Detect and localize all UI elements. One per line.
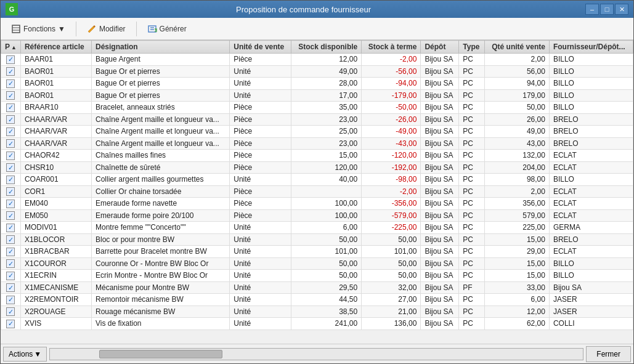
- row-fournisseur: BILLO: [549, 270, 633, 282]
- maximize-button[interactable]: □: [600, 4, 614, 15]
- actions-label: Actions: [9, 350, 33, 358]
- scroll-thumb[interactable]: [99, 350, 222, 358]
- table-row[interactable]: ✓BAOR01Bague Or et pierresUnité49,00-56,…: [1, 65, 633, 78]
- row-checkbox[interactable]: ✓: [1, 126, 21, 138]
- row-depot: Bijou SA: [421, 65, 459, 78]
- col-fournisseur[interactable]: Fournisseur/Dépôt...: [549, 41, 633, 54]
- row-checkbox[interactable]: ✓: [1, 305, 21, 318]
- table-row[interactable]: ✓X2ROUAGERouage mécanisme BWUnité38,5021…: [1, 305, 633, 318]
- fonctions-arrow: ▼: [58, 25, 65, 33]
- table-row[interactable]: ✓X1BLOCORBloc or pour montre BWUnité50,0…: [1, 233, 633, 246]
- col-unite[interactable]: Unité de vente: [230, 41, 291, 54]
- col-type[interactable]: Type: [459, 41, 485, 54]
- row-checkbox[interactable]: ✓: [1, 198, 21, 210]
- row-checkbox[interactable]: ✓: [1, 150, 21, 162]
- row-stock-terme: 32,00: [362, 281, 421, 294]
- row-checkbox[interactable]: ✓: [1, 294, 21, 306]
- row-stock-terme: 101,00: [362, 246, 421, 258]
- row-reference: BAOR01: [20, 65, 91, 78]
- table-row[interactable]: ✓EM040Emeraude forme navettePièce100,00-…: [1, 198, 633, 210]
- row-checkbox[interactable]: ✓: [1, 89, 21, 102]
- row-stock-terme: 136,00: [362, 318, 421, 330]
- row-designation: Ecrin Montre - Montre BW Bloc Or: [92, 270, 230, 282]
- table-row[interactable]: ✓X1COURORCouronne Or - Montre BW Bloc Or…: [1, 257, 633, 270]
- row-checkbox[interactable]: ✓: [1, 257, 21, 270]
- table-row[interactable]: ✓XVISVis de fixationUnité241,00136,00Bij…: [1, 318, 633, 330]
- row-stock-dispo: 120,00: [291, 161, 361, 174]
- table-row[interactable]: ✓EM050Emeraude forme poire 20/100Pièce10…: [1, 209, 633, 222]
- table-row[interactable]: ✓COR1Collier Or chaine torsadéePièce-2,0…: [1, 185, 633, 198]
- generer-button[interactable]: Générer: [142, 20, 192, 38]
- table-row[interactable]: ✓BAOR01Bague Or et pierresUnité17,00-179…: [1, 89, 633, 102]
- col-stock-terme[interactable]: Stock à terme: [362, 41, 421, 54]
- table-row[interactable]: ✓CHAAR/VARChaîne Argent maille et longue…: [1, 126, 633, 138]
- fermer-button[interactable]: Fermer: [586, 346, 631, 362]
- row-stock-terme: -43,00: [362, 137, 421, 150]
- table-row[interactable]: ✓X1BRACBARBarrette pour Bracelet montre …: [1, 246, 633, 258]
- checkbox-icon: ✓: [6, 248, 15, 256]
- row-checkbox[interactable]: ✓: [1, 113, 21, 126]
- minimize-button[interactable]: –: [585, 4, 599, 15]
- row-checkbox[interactable]: ✓: [1, 54, 21, 66]
- modifier-button[interactable]: Modifier: [81, 20, 131, 38]
- row-fournisseur: BILLO: [549, 89, 633, 102]
- checkbox-icon: ✓: [6, 139, 15, 148]
- row-checkbox[interactable]: ✓: [1, 174, 21, 186]
- row-checkbox[interactable]: ✓: [1, 65, 21, 78]
- col-reference[interactable]: Référence article: [20, 41, 91, 54]
- col-qte-unite[interactable]: Qté unité vente: [485, 41, 550, 54]
- row-stock-dispo: 35,00: [291, 102, 361, 114]
- row-stock-terme: -50,00: [362, 102, 421, 114]
- row-checkbox[interactable]: ✓: [1, 161, 21, 174]
- row-checkbox[interactable]: ✓: [1, 137, 21, 150]
- table-row[interactable]: ✓CHAOR42Chaînes mailles finesPièce15,00-…: [1, 150, 633, 162]
- row-fournisseur: BILLO: [549, 102, 633, 114]
- table-row[interactable]: ✓BAAR01Bague ArgentPièce12,00-2,00Bijou …: [1, 54, 633, 66]
- table-row[interactable]: ✓X1ECRINEcrin Montre - Montre BW Bloc Or…: [1, 270, 633, 282]
- row-stock-terme: -579,00: [362, 209, 421, 222]
- row-qte-unite: 98,00: [485, 174, 550, 186]
- table-row[interactable]: ✓CHAAR/VARChaîne Argent maille et longue…: [1, 137, 633, 150]
- row-fournisseur: JASER: [549, 305, 633, 318]
- checkbox-icon: ✓: [6, 235, 15, 244]
- row-type: PC: [459, 161, 485, 174]
- actions-button[interactable]: Actions ▼: [3, 347, 47, 362]
- row-qte-unite: 26,00: [485, 113, 550, 126]
- row-checkbox[interactable]: ✓: [1, 270, 21, 282]
- row-checkbox[interactable]: ✓: [1, 246, 21, 258]
- row-checkbox[interactable]: ✓: [1, 222, 21, 234]
- fonctions-button[interactable]: Fonctions ▼: [6, 20, 71, 38]
- table-row[interactable]: ✓COAR001Collier argent mailles gourmette…: [1, 174, 633, 186]
- row-checkbox[interactable]: ✓: [1, 233, 21, 246]
- table-row[interactable]: ✓MODIV01Montre femme ""Concerto""Unité6,…: [1, 222, 633, 234]
- col-p[interactable]: P▲: [1, 41, 21, 54]
- row-checkbox[interactable]: ✓: [1, 185, 21, 198]
- table-row[interactable]: ✓BRAAR10Bracelet, anneaux striésPièce35,…: [1, 102, 633, 114]
- checkbox-icon: ✓: [6, 320, 15, 328]
- table-row[interactable]: ✓CHSR10Chaînette de sûretéPièce120,00-19…: [1, 161, 633, 174]
- bottom-bar: Actions ▼ Fermer: [1, 344, 633, 363]
- table-row[interactable]: ✓BAOR01Bague Or et pierresUnité28,00-94,…: [1, 78, 633, 90]
- row-checkbox[interactable]: ✓: [1, 78, 21, 90]
- table-scroll[interactable]: P▲ Référence article Désignation Unité d…: [1, 40, 633, 344]
- col-stock-dispo[interactable]: Stock disponible: [291, 41, 361, 54]
- row-checkbox[interactable]: ✓: [1, 102, 21, 114]
- horizontal-scrollbar[interactable]: [49, 348, 583, 360]
- row-checkbox[interactable]: ✓: [1, 209, 21, 222]
- row-stock-terme: -225,00: [362, 222, 421, 234]
- table-row[interactable]: ✓X1MECANISMEMécanisme pour Montre BWUnit…: [1, 281, 633, 294]
- row-stock-terme: 27,00: [362, 294, 421, 306]
- row-checkbox[interactable]: ✓: [1, 281, 21, 294]
- row-fournisseur: BILLO: [549, 257, 633, 270]
- col-designation[interactable]: Désignation: [92, 41, 230, 54]
- row-qte-unite: 2,00: [485, 185, 550, 198]
- table-row[interactable]: ✓CHAAR/VARChaîne Argent maille et longue…: [1, 113, 633, 126]
- col-depot[interactable]: Dépôt: [421, 41, 459, 54]
- close-button[interactable]: ✕: [615, 4, 628, 15]
- row-unite: Pièce: [230, 54, 291, 66]
- row-reference: BRAAR10: [20, 102, 91, 114]
- toolbar: Fonctions ▼ Modifier: [1, 18, 633, 40]
- table-row[interactable]: ✓X2REMONTOIRRemontoir mécanisme BWUnité4…: [1, 294, 633, 306]
- row-checkbox[interactable]: ✓: [1, 318, 21, 330]
- row-unite: Pièce: [230, 102, 291, 114]
